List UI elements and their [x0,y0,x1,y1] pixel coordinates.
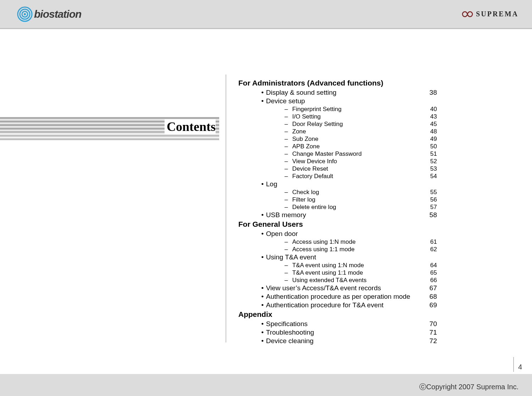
bullet-icon: • [259,211,266,219]
toc-subitem-page: 54 [423,172,437,180]
bullet-icon: • [259,284,266,292]
toc-subitem-label: Zone [289,128,423,135]
footer-copyright: ⓒCopyright 2007 Suprema Inc. [419,382,519,392]
toc-item-l2: –T&A event using 1:1 mode65 [238,269,437,276]
toc-item-label: Open door [266,230,423,238]
toc-subitem-label: View Device Info [289,158,423,165]
dash-icon: – [284,158,289,165]
toc-subitem-page: 66 [423,276,437,284]
infinity-icon [461,10,474,18]
toc-subitem-page: 55 [423,188,437,196]
toc-item-label: Authentication procedure for T&A event [266,301,423,309]
toc-item-label: Using T&A event [266,253,423,262]
toc-item-l1: •Open door [238,230,437,238]
toc-subitem-page: 45 [423,120,437,128]
footer: 4 ⓒCopyright 2007 Suprema Inc. [0,361,532,396]
toc-subitem-page: 43 [423,113,437,120]
toc-subitem-label: Check log [289,188,423,196]
logo-suprema: SUPREMA [461,10,519,18]
toc-item-label: View user’s Access/T&A event records [266,284,423,292]
contents-band: Contents [0,117,219,140]
toc-item-label: Troubleshooting [266,328,423,337]
toc-item-page: 38 [423,88,437,97]
dash-icon: – [284,246,289,253]
header-bar: biostation SUPREMA [0,0,532,29]
toc-subitem-page: 40 [423,105,437,113]
toc-item-page: 71 [423,328,437,337]
toc-subitem-label: Fingerprint Setting [289,105,423,113]
bullet-icon: • [259,301,266,309]
toc-item-label: Device cleaning [266,337,423,345]
dash-icon: – [284,262,289,269]
toc-item-l2: –T&A event using 1:N mode64 [238,262,437,269]
page-number-box: 4 [513,357,522,372]
toc-subitem-label: APB Zone [289,143,423,150]
dash-icon: – [284,165,289,172]
toc-item-l2: –Access using 1:N mode61 [238,238,437,246]
toc-item-l1: •View user’s Access/T&A event records67 [238,284,437,292]
logo-left-text: biostation [34,8,81,20]
toc-subitem-label: I/O Setting [289,113,423,120]
toc-item-label: Log [266,180,423,188]
toc-subitem-label: Change Master Password [289,150,423,158]
bullet-icon: • [259,328,266,337]
dash-icon: – [284,113,289,120]
toc-item-page: 70 [423,320,437,328]
toc-item-label: Authentication procedure as per operatio… [266,292,423,301]
toc-item-l1: •Device cleaning72 [238,337,437,345]
logo-biostation: biostation [17,6,81,22]
toc-item-label: Specifications [266,320,423,328]
toc-section-title: Appendix [238,310,437,319]
toc-item-l1: •Authentication procedure as per operati… [238,292,437,301]
bullet-icon: • [259,88,266,97]
toc-item-l1: •USB memory58 [238,211,437,219]
left-column: Contents [0,29,222,361]
toc-subitem-label: Factory Default [289,172,423,180]
toc-subitem-label: Access using 1:N mode [289,238,423,246]
toc-subitem-label: T&A event using 1:N mode [289,262,423,269]
dash-icon: – [284,143,289,150]
toc-section-title: For General Users [238,220,437,229]
bullet-icon: • [259,320,266,328]
toc-item-l2: –Filter log56 [238,196,437,203]
toc-subitem-label: T&A event using 1:1 mode [289,269,423,276]
toc-item-l2: –Device Reset53 [238,165,437,172]
svg-point-3 [24,13,26,15]
dash-icon: – [284,150,289,158]
toc-item-l2: –Sub Zone49 [238,135,437,143]
dash-icon: – [284,196,289,203]
toc-subitem-page: 48 [423,128,437,135]
toc-subitem-page: 51 [423,150,437,158]
vertical-divider [226,75,226,342]
spiral-icon [17,6,33,22]
toc-subitem-label: Filter log [289,196,423,203]
toc-subitem-page: 64 [423,262,437,269]
bullet-icon: • [259,253,266,262]
toc-item-l2: –APB Zone50 [238,143,437,150]
toc-subitem-label: Sub Zone [289,135,423,143]
dash-icon: – [284,105,289,113]
toc-subitem-label: Delete entire log [289,203,423,211]
toc-subitem-page: 62 [423,246,437,253]
toc-item-l2: –View Device Info52 [238,158,437,165]
toc-item-page: 58 [423,211,437,219]
toc-item-label: Device setup [266,97,423,105]
toc-item-l1: •Display & sound setting38 [238,88,437,97]
toc-column: For Administrators (Advanced functions)•… [238,78,437,345]
toc-subitem-page: 56 [423,196,437,203]
toc-item-l2: –Access using 1:1 mode62 [238,246,437,253]
toc-item-l2: –Zone48 [238,128,437,135]
toc-item-l1: •Troubleshooting71 [238,328,437,337]
toc-item-l1: •Using T&A event [238,253,437,262]
bullet-icon: • [259,97,266,105]
toc-subitem-page: 50 [423,143,437,150]
toc-item-l1: •Device setup [238,97,437,105]
toc-item-l2: –Fingerprint Setting40 [238,105,437,113]
toc-item-label: USB memory [266,211,423,219]
bullet-icon: • [259,337,266,345]
toc-item-page: 67 [423,284,437,292]
toc-item-page: 68 [423,292,437,301]
toc-item-page: 72 [423,337,437,345]
toc-subitem-label: Device Reset [289,165,423,172]
toc-item-page: 69 [423,301,437,309]
